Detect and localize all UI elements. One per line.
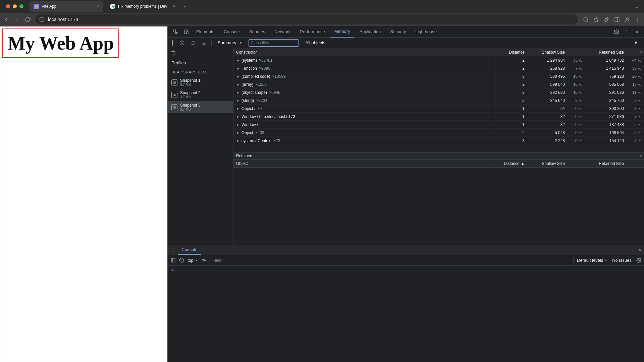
tab-performance[interactable]: Performance [296, 26, 329, 38]
tab-sources[interactable]: Sources [245, 26, 269, 38]
back-button[interactable] [3, 16, 9, 22]
heap-row[interactable]: ▶ Object ×203 2 5 048 0 % 168 564 5 % [233, 129, 644, 137]
context-select[interactable]: top ▼ [187, 258, 198, 263]
heap-row[interactable]: ▶ Window / 1 32 0 % 187 488 5 % [233, 121, 644, 129]
retainers-header[interactable]: Retainers ≡ [233, 152, 644, 160]
clear-console-icon[interactable] [179, 258, 184, 263]
expand-icon[interactable]: ▶ [236, 83, 239, 86]
heap-row[interactable]: ▶ Window / http://localhost:5173 1 32 0 … [233, 113, 644, 121]
device-toolbar-icon[interactable] [181, 28, 191, 36]
close-devtools-icon[interactable] [633, 28, 641, 36]
heap-row[interactable]: ▶ (string) ×9734 2 345 640 9 % 345 760 9… [233, 97, 644, 105]
heap-rows[interactable]: ▶ (system) ×37461 2 1 294 984 35 % 1 649… [233, 56, 644, 152]
tab-application[interactable]: Application [356, 26, 385, 38]
expand-icon[interactable]: ▶ [236, 91, 239, 94]
expand-icon[interactable]: ▶ [236, 59, 239, 62]
view-select[interactable]: Summary ▼ [215, 39, 245, 46]
record-icon[interactable] [171, 40, 175, 46]
drawer-kebab-icon[interactable] [171, 248, 175, 252]
profile-icon[interactable] [625, 17, 630, 22]
expand-icon[interactable]: ▶ [236, 115, 239, 118]
snapshot-item[interactable]: ▣ Snapshot 2 3.7 MB [168, 88, 233, 101]
forward-button[interactable] [14, 16, 20, 22]
expand-icon[interactable]: ▶ [236, 99, 239, 102]
objects-filter-select[interactable]: All objects ▼ [302, 40, 641, 45]
page-viewport[interactable]: My Web App [0, 26, 168, 362]
reload-button[interactable] [25, 17, 31, 22]
site-info-icon[interactable] [39, 17, 45, 22]
expand-icon[interactable]: ▶ [236, 123, 239, 126]
col-shallow[interactable]: Shallow Size [526, 50, 566, 55]
col-constructor[interactable]: Constructor [233, 50, 495, 55]
log-levels-select[interactable]: Default levels ▼ [577, 258, 607, 263]
heap-row[interactable]: ▶ Function ×9390 2 268 928 7 % 1 415 948… [233, 64, 644, 72]
rcol-retained[interactable]: Retained Size [585, 161, 625, 166]
kebab-icon[interactable] [623, 28, 631, 36]
rcol-distance[interactable]: Distance ▲ [495, 161, 526, 166]
heap-row[interactable]: ▶ (array) ×1258 2 599 040 16 % 685 068 1… [233, 80, 644, 88]
expand-icon[interactable]: ▶ [236, 139, 239, 142]
issues-label[interactable]: No Issues [612, 258, 632, 263]
tab-console[interactable]: Console [220, 26, 244, 38]
view-select-label: Summary [218, 40, 236, 45]
tab-lighthouse[interactable]: Lighthouse [411, 26, 441, 38]
console-drawer-tab[interactable]: Console [178, 245, 201, 255]
snapshot-item[interactable]: ▣ Snapshot 3 3.7 MB [168, 101, 233, 113]
heap-row[interactable]: ▶ (object shape) ×6946 2 382 620 10 % 39… [233, 88, 644, 97]
col-distance[interactable]: Distance [495, 50, 526, 55]
tab-security[interactable]: Security [386, 26, 410, 38]
expand-icon[interactable]: ▶ [236, 107, 239, 110]
browser-toolbar [0, 13, 644, 26]
expand-icon[interactable]: ▶ [236, 131, 239, 134]
heap-row[interactable]: ▶ (compiled code) ×10599 3 580 496 16 % … [233, 72, 644, 80]
heap-row[interactable]: ▶ Object / ×4 1 64 0 % 303 200 8 % [233, 105, 644, 113]
chevron-down-icon: ▼ [239, 41, 243, 45]
constructor-count: ×203 [255, 130, 264, 135]
col-retained[interactable]: Retained Size [585, 50, 625, 55]
load-icon[interactable] [189, 40, 197, 46]
browser-tab-vite[interactable]: ⚡ Vite App × [30, 1, 103, 12]
close-window-button[interactable] [6, 4, 10, 8]
cell-shallow: 2 228 [526, 138, 566, 143]
inspect-element-icon[interactable] [171, 28, 180, 36]
url-input[interactable] [48, 17, 574, 22]
clear-icon[interactable] [178, 40, 186, 46]
expand-tabs-button[interactable]: ⌄ [632, 4, 641, 9]
save-icon[interactable] [200, 40, 208, 46]
bookmark-icon[interactable] [593, 17, 599, 22]
gc-icon[interactable] [168, 48, 233, 58]
zoom-icon[interactable] [583, 17, 589, 22]
heap-row[interactable]: ▶ system / Context ×73 3 2 228 0 % 154 1… [233, 137, 644, 145]
expand-icon[interactable]: ▶ [236, 75, 239, 78]
expand-icon[interactable]: ▶ [236, 67, 239, 70]
sidebar-toggle-icon[interactable] [171, 258, 176, 263]
heap-row[interactable]: ▶ (system) ×37461 2 1 294 984 35 % 1 649… [233, 56, 644, 64]
retainers-body[interactable] [233, 168, 644, 245]
rcol-object[interactable]: Object [233, 161, 495, 166]
live-expression-icon[interactable] [201, 258, 206, 263]
close-tab-icon[interactable]: × [97, 4, 99, 9]
menu-icon[interactable] [635, 17, 641, 22]
new-tab-button[interactable]: + [180, 3, 190, 10]
console-settings-icon[interactable] [636, 258, 641, 263]
grip-icon[interactable]: ≡ [640, 154, 642, 158]
maximize-window-button[interactable] [19, 4, 23, 8]
console-prompt[interactable]: > [168, 266, 644, 275]
settings-icon[interactable] [612, 28, 621, 36]
extensions-icon[interactable] [604, 17, 609, 22]
console-filter-input[interactable] [210, 257, 574, 264]
close-drawer-icon[interactable]: × [638, 247, 641, 253]
class-filter-input[interactable] [249, 39, 299, 47]
rcol-shallow[interactable]: Shallow Size [526, 161, 566, 166]
tab-elements[interactable]: Elements [192, 26, 218, 38]
tab-network[interactable]: Network [271, 26, 295, 38]
tab-memory[interactable]: Memory [330, 26, 354, 38]
side-panel-icon[interactable] [614, 17, 620, 22]
browser-tab-docs[interactable]: Fix memory problems | Dev × [106, 1, 180, 12]
snapshot-item[interactable]: ▣ Snapshot 1 3.7 MB [168, 76, 233, 88]
memory-content: Profiles HEAP SNAPSHOTS ▣ Snapshot 1 3.7… [168, 48, 644, 245]
close-tab-icon[interactable]: × [173, 4, 176, 9]
minimize-window-button[interactable] [13, 4, 17, 8]
address-bar[interactable] [35, 14, 578, 24]
chevron-down-icon[interactable]: ▼ [640, 51, 643, 54]
